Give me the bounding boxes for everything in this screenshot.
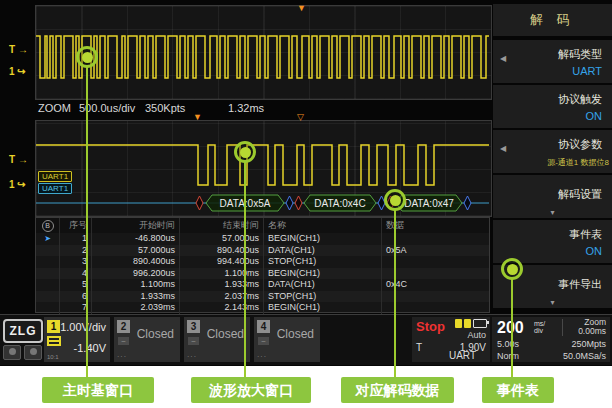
battery-icon <box>473 319 487 328</box>
zoom-reference-marker-icon: ▽ <box>297 113 304 122</box>
menu-item-decode-settings[interactable]: 解码设置 ▾ <box>493 175 612 218</box>
menu-item-label: 协议参数 <box>558 137 602 152</box>
zoom-memory-value: 350Kpts <box>145 102 185 114</box>
menu-item-event-table[interactable]: 事件表 ON <box>493 220 612 263</box>
table-row[interactable]: 4 996.200us 1.100ms BEGIN(CH1) <box>36 268 489 280</box>
event-name: BEGIN(CH1) <box>264 302 382 314</box>
chevron-down-icon: ▾ <box>550 298 554 307</box>
chevron-left-icon: ◀ <box>500 54 506 63</box>
gesture-icon[interactable] <box>24 345 42 360</box>
col-header-start-time: 开始时间 <box>92 218 180 233</box>
callout-circle-decode-data <box>384 189 406 211</box>
event-end: 2.037ms <box>180 291 264 303</box>
start-bit-icon <box>295 196 302 210</box>
menu-item-value: ON <box>586 245 603 257</box>
col-header-end-time: 结束时间 <box>180 218 264 233</box>
event-name: STOP(CH1) <box>264 291 382 303</box>
trigger-mode: Auto <box>467 330 486 340</box>
chevron-down-icon: ▾ <box>550 208 554 217</box>
trigger-source-label: T <box>416 342 422 353</box>
channel1-probe-ratio: 10:1 <box>47 354 59 360</box>
channel3-block[interactable]: 3 – Closed ··· <box>184 317 250 362</box>
callout-circle-main-window <box>76 46 98 68</box>
trigger-position-icon: ▼ <box>297 4 306 13</box>
channel1-vdiv: 1.00V/div <box>60 321 106 333</box>
event-start: 890.400us <box>92 256 180 268</box>
menu-item-protocol-trigger[interactable]: 协议触发 ON <box>493 85 612 128</box>
channel4-block[interactable]: 4 – Closed ··· <box>254 317 320 362</box>
table-row[interactable]: ➤ 1 -46.800us 57.000us BEGIN(CH1) <box>36 233 489 245</box>
chevron-left-icon: ◀ <box>500 144 506 153</box>
callout-circle-event-table <box>501 258 523 280</box>
event-end: 1.933ms <box>180 279 264 291</box>
trigger-status-block[interactable]: Stop Auto T 1.90V UART <box>412 317 490 362</box>
callout-line <box>394 209 396 377</box>
table-row[interactable]: 3 890.400us 994.400us STOP(CH1) <box>36 256 489 268</box>
channel2-status: Closed <box>137 327 174 341</box>
col-header-name: 名称 <box>264 218 382 233</box>
coupling-icon: – <box>258 337 269 345</box>
table-row[interactable]: 7 2.039ms 2.143ms BEGIN(CH1) <box>36 302 489 314</box>
event-start: 1.100ms <box>92 279 180 291</box>
caption-decode-data: 对应解码数据 <box>341 377 454 403</box>
callout-line <box>244 161 246 377</box>
record-time: 5.00s <box>497 339 519 349</box>
callout-line <box>86 66 88 377</box>
zoom-channel1-marker: 1 ↪ <box>9 180 26 190</box>
menu-item-label: 协议触发 <box>558 92 602 107</box>
table-row[interactable]: 6 1.933ms 2.037ms STOP(CH1) <box>36 291 489 303</box>
event-name: BEGIN(CH1) <box>264 233 382 245</box>
start-bit-icon <box>196 196 203 210</box>
main-timebase-window <box>35 5 492 100</box>
table-row[interactable]: 2 57.000us 890.400us DATA(CH1) 0x5A <box>36 245 489 257</box>
event-end: 890.400us <box>180 245 264 257</box>
uart-signal-trace <box>36 145 489 185</box>
event-name: DATA(CH1) <box>264 279 382 291</box>
callout-circle-zoom-window <box>234 141 256 163</box>
channel1-badge: 1 <box>47 320 60 333</box>
run-state: Stop <box>416 319 445 334</box>
event-table: B 序号 开始时间 结束时间 名称 数据 ➤ 1 -46.800us 57.00… <box>35 217 490 313</box>
event-end: 994.400us <box>180 256 264 268</box>
zoom-span-value: 1.32ms <box>228 102 264 114</box>
channel1-offset: -1.40V <box>74 342 106 354</box>
coupling-icon: – <box>188 337 199 345</box>
channel2-badge: 2 <box>117 320 130 333</box>
zoom-trigger-marker: T → <box>9 155 28 165</box>
annotated-oscilloscope-screenshot: T → 1 ↪ ▼ ZOOM 500.0us/div 350Kpts 1.32m… <box>0 0 612 408</box>
channel4-badge: 4 <box>257 320 270 333</box>
menu-item-protocol-params[interactable]: ◀ 协议参数 源-通道1 数据位8 <box>493 130 612 173</box>
decode-frame-text: DATA:0x47 <box>404 198 454 209</box>
menu-item-decode-type[interactable]: ◀ 解码类型 UART <box>493 40 612 83</box>
channel1-block[interactable]: 1 1.00V/div -1.40V 10:1 <box>44 317 110 362</box>
trigger-bus-type: UART <box>449 350 476 361</box>
col-header-data: 数据 <box>382 218 489 233</box>
event-start: 2.039ms <box>92 302 180 314</box>
touch-icon[interactable] <box>3 345 21 360</box>
table-row[interactable]: 5 1.100ms 1.933ms DATA(CH1) 0x4C <box>36 279 489 291</box>
stop-bit-icon <box>464 196 471 210</box>
zoom-trigger-position-icon: ▼ <box>193 113 202 122</box>
event-data <box>382 268 489 280</box>
coupling-icon: – <box>118 337 129 345</box>
record-points: 250Mpts <box>571 339 606 349</box>
event-start: 1.933ms <box>92 291 180 303</box>
timebase-block[interactable]: 200 ms/ div Zoom 0.00ms 5.00s 250Mpts No… <box>492 317 610 362</box>
event-start: 996.200us <box>92 268 180 280</box>
channel2-block[interactable]: 2 – Closed ··· <box>114 317 180 362</box>
menu-item-label: 解码类型 <box>558 47 602 62</box>
event-data <box>382 233 489 245</box>
stop-bit-icon <box>286 196 293 210</box>
timebase-unit: ms/ <box>534 320 545 327</box>
row-cursor-icon: ➤ <box>36 233 60 245</box>
event-data: 0x4C <box>382 279 489 291</box>
event-data <box>382 302 489 314</box>
callout-line <box>511 278 513 377</box>
zoom-info-bar: ZOOM 500.0us/div 350Kpts 1.32ms <box>35 100 490 118</box>
caption-event-table: 事件表 <box>482 377 554 403</box>
event-table-header: B 序号 开始时间 结束时间 名称 数据 <box>36 218 489 233</box>
caption-waveform-zoom-window: 波形放大窗口 <box>191 377 311 403</box>
channel3-badge: 3 <box>187 320 200 333</box>
channel3-status: Closed <box>207 327 244 341</box>
acquire-mode: Norm <box>497 351 519 361</box>
